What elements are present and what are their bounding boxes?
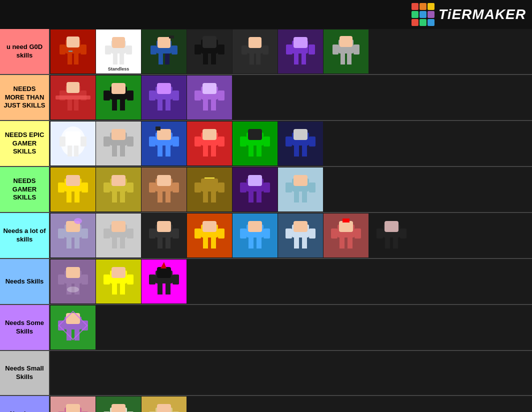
svg-rect-27 [211, 54, 216, 64]
svg-rect-5 [80, 44, 86, 54]
svg-rect-91 [120, 146, 125, 156]
svg-rect-86 [60, 136, 66, 146]
svg-rect-199 [240, 228, 246, 238]
svg-rect-158 [248, 175, 262, 186]
svg-rect-63 [120, 100, 125, 110]
svg-rect-126 [66, 192, 72, 202]
logo-cell-9 [428, 19, 434, 26]
svg-rect-85 [74, 146, 78, 156]
svg-rect-20 [150, 46, 156, 54]
svg-rect-2 [68, 54, 72, 64]
svg-rect-177 [120, 238, 125, 248]
list-item [96, 214, 141, 258]
svg-rect-10 [113, 54, 118, 64]
svg-rect-244 [172, 274, 179, 284]
logo-cell-1 [412, 3, 418, 10]
svg-rect-137 [112, 175, 126, 186]
svg-rect-30 [202, 36, 216, 48]
svg-rect-44 [294, 37, 308, 48]
tier-label-needs-more: NEEDS MORE THAN JUST SKILLS [0, 75, 50, 120]
list-item [142, 168, 186, 212]
svg-rect-34 [256, 54, 260, 64]
svg-rect-238 [112, 267, 126, 278]
svg-rect-21 [172, 46, 178, 54]
svg-rect-72 [172, 90, 179, 100]
svg-rect-237 [127, 274, 134, 284]
list-item [232, 214, 278, 258]
svg-rect-64 [104, 90, 110, 100]
list-item [324, 30, 368, 74]
svg-point-231 [67, 286, 79, 292]
svg-rect-134 [120, 192, 125, 202]
tier-list: u need G0D skills Standless [0, 29, 532, 412]
svg-rect-50 [354, 44, 360, 54]
svg-rect-192 [194, 228, 201, 238]
svg-rect-207 [309, 228, 316, 238]
svg-text:Standless: Standless [108, 66, 130, 72]
svg-rect-40 [294, 54, 298, 64]
svg-rect-204 [294, 238, 299, 248]
svg-rect-59 [56, 96, 90, 100]
svg-rect-140 [158, 192, 162, 202]
tier-label-none: Needs no skills [0, 396, 50, 412]
svg-rect-187 [157, 221, 171, 232]
svg-rect-169 [74, 238, 80, 248]
tier-label-god: u need G0D skills [0, 29, 50, 74]
svg-rect-230 [66, 267, 80, 278]
svg-rect-106 [211, 146, 216, 156]
svg-rect-229 [82, 274, 88, 284]
svg-rect-121 [286, 136, 292, 146]
svg-rect-18 [158, 54, 163, 64]
tier-row-needs-more: NEEDS MORE THAN JUST SKILLS [0, 75, 532, 121]
svg-rect-105 [203, 146, 208, 156]
header: TiERMAKER [0, 0, 532, 29]
tier-row-god: u need G0D skills Standless [0, 29, 532, 75]
svg-rect-90 [112, 146, 117, 156]
tier-items-needs-more [50, 75, 532, 120]
tier-label-epic: NEEDS EPIC GAMER SKILLS [0, 121, 50, 166]
tier-row-gamer: NEEDS GAMER SKILLS [0, 167, 532, 213]
svg-rect-141 [166, 192, 170, 202]
logo-cell-3 [428, 3, 434, 10]
list-item [96, 168, 141, 212]
logo-cell-7 [412, 19, 418, 26]
svg-rect-123 [294, 129, 308, 140]
svg-rect-29 [218, 44, 224, 54]
logo-cell-5 [420, 11, 426, 18]
svg-rect-7 [68, 50, 72, 52]
tier-items-small [50, 351, 532, 395]
svg-rect-213 [331, 228, 338, 238]
svg-rect-48 [347, 54, 352, 64]
list-item: Standless [96, 30, 141, 74]
svg-rect-99 [149, 136, 156, 146]
svg-rect-69 [158, 100, 162, 110]
svg-rect-222 [400, 228, 406, 238]
svg-rect-162 [302, 192, 307, 202]
svg-rect-26 [203, 54, 208, 64]
svg-rect-41 [302, 54, 306, 64]
list-item [187, 122, 232, 166]
list-item [324, 214, 368, 258]
logo-grid [412, 3, 434, 26]
svg-rect-6 [66, 36, 80, 48]
list-item [142, 30, 186, 74]
svg-rect-115 [264, 136, 270, 146]
list-item [278, 30, 323, 74]
list-item [187, 76, 232, 120]
svg-rect-98 [166, 146, 170, 156]
logo-cell-2 [420, 3, 426, 10]
svg-rect-198 [256, 238, 262, 248]
svg-rect-186 [172, 228, 179, 238]
tier-label-small: Needs Small Skills [0, 351, 50, 395]
svg-rect-127 [74, 192, 80, 202]
list-item [187, 214, 232, 258]
svg-rect-3 [74, 54, 78, 64]
svg-rect-253 [66, 313, 80, 324]
svg-rect-76 [203, 100, 208, 110]
svg-rect-243 [149, 274, 156, 284]
svg-rect-136 [127, 182, 134, 192]
list-item [142, 122, 186, 166]
list-item [50, 76, 96, 120]
list-item [142, 396, 186, 412]
svg-rect-190 [203, 238, 208, 248]
